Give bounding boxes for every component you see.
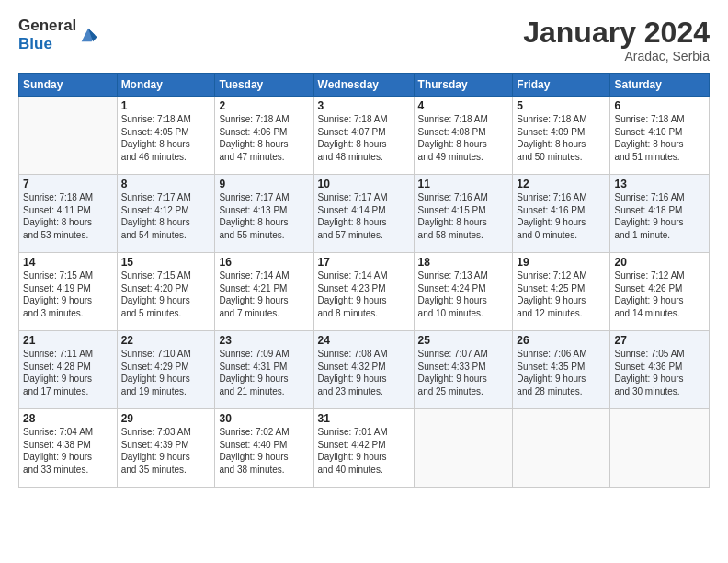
header-row: Sunday Monday Tuesday Wednesday Thursday… — [19, 74, 710, 97]
day-number: 13 — [614, 178, 705, 190]
page: General Blue January 2024 Aradac, Serbia… — [0, 0, 728, 563]
day-number: 28 — [23, 412, 113, 425]
header: General Blue January 2024 Aradac, Serbia — [18, 17, 710, 63]
day-info: Sunrise: 7:03 AMSunset: 4:39 PMDaylight:… — [121, 426, 211, 476]
col-thursday: Thursday — [414, 74, 513, 97]
day-number: 25 — [418, 334, 509, 347]
month-title: January 2024 — [523, 17, 710, 49]
day-info: Sunrise: 7:14 AMSunset: 4:23 PMDaylight:… — [318, 270, 410, 319]
col-saturday: Saturday — [610, 74, 710, 97]
table-row: 14Sunrise: 7:15 AMSunset: 4:19 PMDayligh… — [19, 253, 118, 331]
day-number: 16 — [219, 256, 309, 269]
table-row: 10Sunrise: 7:17 AMSunset: 4:14 PMDayligh… — [313, 175, 414, 253]
day-info: Sunrise: 7:02 AMSunset: 4:40 PMDaylight:… — [219, 426, 309, 476]
day-number: 30 — [219, 412, 309, 425]
table-row: 5Sunrise: 7:18 AMSunset: 4:09 PMDaylight… — [513, 97, 610, 175]
day-number: 19 — [517, 256, 606, 269]
calendar-week-2: 14Sunrise: 7:15 AMSunset: 4:19 PMDayligh… — [19, 253, 710, 331]
calendar-week-3: 21Sunrise: 7:11 AMSunset: 4:28 PMDayligh… — [19, 331, 710, 409]
calendar-table: Sunday Monday Tuesday Wednesday Thursday… — [18, 73, 710, 488]
day-info: Sunrise: 7:16 AMSunset: 4:16 PMDaylight:… — [517, 191, 606, 241]
day-number: 22 — [121, 334, 211, 347]
col-tuesday: Tuesday — [215, 74, 313, 97]
day-info: Sunrise: 7:07 AMSunset: 4:33 PMDaylight:… — [418, 348, 509, 397]
table-row: 25Sunrise: 7:07 AMSunset: 4:33 PMDayligh… — [414, 331, 513, 409]
table-row: 31Sunrise: 7:01 AMSunset: 4:42 PMDayligh… — [313, 409, 414, 488]
table-row: 19Sunrise: 7:12 AMSunset: 4:25 PMDayligh… — [513, 253, 610, 331]
day-number: 3 — [318, 99, 410, 112]
table-row: 22Sunrise: 7:10 AMSunset: 4:29 PMDayligh… — [117, 331, 215, 409]
table-row: 1Sunrise: 7:18 AMSunset: 4:05 PMDaylight… — [117, 97, 215, 175]
table-row: 17Sunrise: 7:14 AMSunset: 4:23 PMDayligh… — [313, 253, 414, 331]
day-info: Sunrise: 7:17 AMSunset: 4:12 PMDaylight:… — [121, 191, 211, 241]
day-info: Sunrise: 7:17 AMSunset: 4:13 PMDaylight:… — [219, 191, 309, 241]
table-row: 26Sunrise: 7:06 AMSunset: 4:35 PMDayligh… — [513, 331, 610, 409]
calendar-week-1: 7Sunrise: 7:18 AMSunset: 4:11 PMDaylight… — [19, 175, 710, 253]
day-info: Sunrise: 7:18 AMSunset: 4:10 PMDaylight:… — [614, 113, 705, 163]
day-number: 20 — [614, 256, 705, 269]
table-row: 2Sunrise: 7:18 AMSunset: 4:06 PMDaylight… — [215, 97, 313, 175]
col-friday: Friday — [513, 74, 610, 97]
day-number: 21 — [23, 334, 113, 347]
day-number: 1 — [121, 99, 211, 112]
table-row: 15Sunrise: 7:15 AMSunset: 4:20 PMDayligh… — [117, 253, 215, 331]
table-row: 18Sunrise: 7:13 AMSunset: 4:24 PMDayligh… — [414, 253, 513, 331]
location-title: Aradac, Serbia — [523, 49, 710, 63]
day-info: Sunrise: 7:18 AMSunset: 4:09 PMDaylight:… — [517, 113, 606, 163]
calendar-week-4: 28Sunrise: 7:04 AMSunset: 4:38 PMDayligh… — [19, 409, 710, 488]
table-row: 7Sunrise: 7:18 AMSunset: 4:11 PMDaylight… — [19, 175, 118, 253]
day-info: Sunrise: 7:16 AMSunset: 4:15 PMDaylight:… — [418, 191, 509, 241]
day-number: 5 — [517, 99, 606, 112]
col-sunday: Sunday — [19, 74, 118, 97]
table-row: 8Sunrise: 7:17 AMSunset: 4:12 PMDaylight… — [117, 175, 215, 253]
day-number: 23 — [219, 334, 309, 347]
table-row: 27Sunrise: 7:05 AMSunset: 4:36 PMDayligh… — [610, 331, 710, 409]
day-info: Sunrise: 7:18 AMSunset: 4:07 PMDaylight:… — [318, 113, 410, 163]
table-row: 6Sunrise: 7:18 AMSunset: 4:10 PMDaylight… — [610, 97, 710, 175]
day-number: 24 — [318, 334, 410, 347]
day-info: Sunrise: 7:17 AMSunset: 4:14 PMDaylight:… — [318, 191, 410, 241]
table-row: 20Sunrise: 7:12 AMSunset: 4:26 PMDayligh… — [610, 253, 710, 331]
table-row: 12Sunrise: 7:16 AMSunset: 4:16 PMDayligh… — [513, 175, 610, 253]
day-number: 8 — [121, 178, 211, 190]
day-info: Sunrise: 7:12 AMSunset: 4:26 PMDaylight:… — [614, 270, 705, 319]
day-number: 9 — [219, 178, 309, 190]
table-row: 9Sunrise: 7:17 AMSunset: 4:13 PMDaylight… — [215, 175, 313, 253]
day-info: Sunrise: 7:12 AMSunset: 4:25 PMDaylight:… — [517, 270, 606, 319]
day-info: Sunrise: 7:09 AMSunset: 4:31 PMDaylight:… — [219, 348, 309, 397]
calendar-week-0: 1Sunrise: 7:18 AMSunset: 4:05 PMDaylight… — [19, 97, 710, 175]
day-info: Sunrise: 7:05 AMSunset: 4:36 PMDaylight:… — [614, 348, 705, 397]
table-row: 29Sunrise: 7:03 AMSunset: 4:39 PMDayligh… — [117, 409, 215, 488]
day-number: 26 — [517, 334, 606, 347]
day-number: 31 — [318, 412, 410, 425]
table-row: 11Sunrise: 7:16 AMSunset: 4:15 PMDayligh… — [414, 175, 513, 253]
col-monday: Monday — [117, 74, 215, 97]
table-row: 13Sunrise: 7:16 AMSunset: 4:18 PMDayligh… — [610, 175, 710, 253]
day-number: 12 — [517, 178, 606, 190]
table-row: 24Sunrise: 7:08 AMSunset: 4:32 PMDayligh… — [313, 331, 414, 409]
day-info: Sunrise: 7:10 AMSunset: 4:29 PMDaylight:… — [121, 348, 211, 397]
table-row: 28Sunrise: 7:04 AMSunset: 4:38 PMDayligh… — [19, 409, 118, 488]
logo: General Blue — [18, 17, 98, 53]
logo-text: General Blue — [18, 17, 76, 53]
day-number: 11 — [418, 178, 509, 190]
logo-general: General — [18, 17, 76, 34]
title-area: January 2024 Aradac, Serbia — [523, 17, 710, 63]
day-info: Sunrise: 7:01 AMSunset: 4:42 PMDaylight:… — [318, 426, 410, 476]
day-number: 14 — [23, 256, 113, 269]
table-row: 3Sunrise: 7:18 AMSunset: 4:07 PMDaylight… — [313, 97, 414, 175]
day-info: Sunrise: 7:15 AMSunset: 4:20 PMDaylight:… — [121, 270, 211, 319]
day-info: Sunrise: 7:11 AMSunset: 4:28 PMDaylight:… — [23, 348, 113, 397]
table-row — [19, 97, 118, 175]
day-info: Sunrise: 7:18 AMSunset: 4:08 PMDaylight:… — [418, 113, 509, 163]
table-row: 4Sunrise: 7:18 AMSunset: 4:08 PMDaylight… — [414, 97, 513, 175]
day-info: Sunrise: 7:15 AMSunset: 4:19 PMDaylight:… — [23, 270, 113, 319]
day-info: Sunrise: 7:14 AMSunset: 4:21 PMDaylight:… — [219, 270, 309, 319]
day-info: Sunrise: 7:18 AMSunset: 4:05 PMDaylight:… — [121, 113, 211, 163]
table-row: 16Sunrise: 7:14 AMSunset: 4:21 PMDayligh… — [215, 253, 313, 331]
table-row: 21Sunrise: 7:11 AMSunset: 4:28 PMDayligh… — [19, 331, 118, 409]
day-number: 29 — [121, 412, 211, 425]
day-number: 27 — [614, 334, 705, 347]
day-info: Sunrise: 7:04 AMSunset: 4:38 PMDaylight:… — [23, 426, 113, 476]
day-number: 6 — [614, 99, 705, 112]
